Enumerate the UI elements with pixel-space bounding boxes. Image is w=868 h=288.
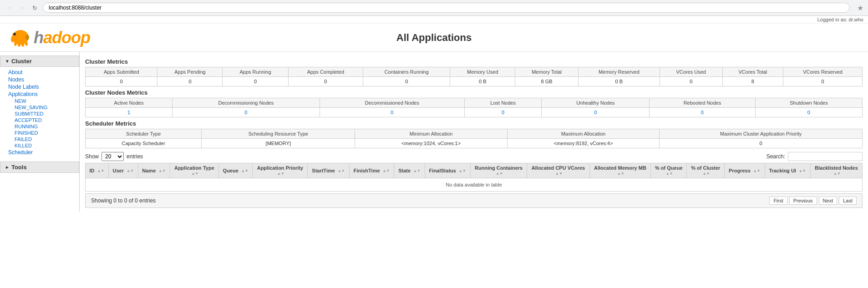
back-button[interactable]: ← (5, 3, 14, 12)
cluster-links: About Nodes Node Labels Applications NEW… (0, 67, 79, 158)
sort-arrows-pct-cluster[interactable]: ▲▼ (703, 172, 710, 176)
apps-col-id: ID ▲▼ (86, 163, 109, 178)
forward-button[interactable]: → (17, 3, 26, 12)
cm-val-5: 0 B (450, 77, 515, 86)
sort-arrows-tracking-ui[interactable]: ▲▼ (799, 169, 806, 173)
sort-arrows-app-type[interactable]: ▲▼ (191, 172, 198, 176)
address-bar[interactable] (43, 3, 850, 13)
page-title: All Applications (396, 32, 472, 44)
sort-arrows-progress[interactable]: ▲▼ (753, 169, 761, 173)
sort-arrows-finishtime[interactable]: ▲▼ (383, 169, 390, 173)
sm-val-2: <memory:1024, vCores:1> (355, 139, 508, 148)
refresh-button[interactable]: ↻ (30, 3, 39, 12)
sort-arrows-allocated-memory[interactable]: ▲▼ (617, 172, 624, 176)
apps-col-app-priority: Application Priority ▲▼ (253, 163, 308, 178)
cm-col-10: VCores Reserved (783, 67, 863, 77)
elephant-icon (9, 27, 32, 48)
cnm-val-2: 0 (320, 108, 464, 117)
sidebar-link-running[interactable]: RUNNING (13, 123, 79, 130)
apps-col-allocated-memory: Allocated Memory MB ▲▼ (589, 163, 651, 178)
tools-arrow-icon: ► (5, 165, 10, 170)
apps-col-name: Name ▲▼ (138, 163, 170, 178)
sort-arrows-id[interactable]: ▲▼ (97, 169, 105, 173)
sm-col-2: Minimum Allocation (355, 129, 508, 139)
cm-val-9: 8 (722, 77, 783, 86)
sidebar-link-submitted[interactable]: SUBMITTED (13, 111, 79, 117)
cluster-section-header[interactable]: ▼ Cluster (0, 56, 79, 67)
sort-arrows-starttime[interactable]: ▲▼ (338, 169, 345, 173)
bookmark-star[interactable]: ★ (857, 4, 863, 12)
apps-col-running-containers: Running Containers ▲▼ (470, 163, 527, 178)
cm-val-8: 0 (660, 77, 722, 86)
sidebar-link-node-labels[interactable]: Node Labels (6, 83, 79, 91)
cm-col-4: Containers Running (363, 67, 450, 77)
cnm-link-1[interactable]: 0 (244, 110, 247, 115)
cm-col-2: Apps Running (223, 67, 288, 77)
cluster-label: Cluster (11, 58, 32, 65)
cnm-val-3: 0 (464, 108, 542, 117)
sidebar-link-killed[interactable]: KILLED (13, 142, 79, 149)
next-button[interactable]: Next (819, 197, 838, 205)
table-row: 0 0 0 0 0 0 B 8 GB 0 B 0 8 0 (86, 77, 863, 86)
apps-col-starttime: StartTime ▲▼ (308, 163, 349, 178)
sort-arrows-queue[interactable]: ▲▼ (241, 169, 249, 173)
apps-col-pct-queue: % of Queue ▲▼ (651, 163, 687, 178)
sidebar-link-finished[interactable]: FINISHED (13, 130, 79, 136)
sort-arrows-finalstatus[interactable]: ▲▼ (459, 169, 466, 173)
sidebar-link-new[interactable]: NEW (13, 98, 79, 104)
apps-col-queue: Queue ▲▼ (218, 163, 253, 178)
cnm-link-4[interactable]: 0 (594, 110, 597, 115)
hadoop-logo[interactable]: hadoop (9, 27, 90, 48)
sidebar-link-applications[interactable]: Applications (6, 91, 79, 98)
sidebar-link-accepted[interactable]: ACCEPTED (13, 117, 79, 123)
cnm-link-2[interactable]: 0 (391, 110, 393, 115)
apps-col-tracking-ui: Tracking UI ▲▼ (765, 163, 810, 178)
show-entries-select[interactable]: 10 20 25 50 100 (102, 152, 124, 161)
cm-val-1: 0 (157, 77, 223, 86)
cnm-col-0: Active Nodes (86, 98, 173, 108)
cnm-link-0[interactable]: 1 (127, 110, 130, 115)
sm-col-1: Scheduling Resource Type (202, 129, 355, 139)
apps-col-finishtime: FinishTime ▲▼ (349, 163, 394, 178)
sort-arrows-allocated-cpu[interactable]: ▲▼ (555, 172, 563, 176)
cm-col-5: Memory Used (450, 67, 515, 77)
sidebar: ▼ Cluster About Nodes Node Labels Applic… (0, 52, 80, 212)
logo-text: hadoop (34, 28, 90, 47)
sort-arrows-app-priority[interactable]: ▲▼ (277, 172, 284, 176)
svg-point-4 (14, 41, 17, 46)
table-row: Capacity Scheduler [MEMORY] <memory:1024… (86, 139, 863, 148)
sidebar-link-about[interactable]: About (6, 69, 79, 76)
sort-arrows-user[interactable]: ▲▼ (127, 169, 134, 173)
sidebar-link-failed[interactable]: FAILED (13, 136, 79, 142)
first-button[interactable]: First (769, 197, 787, 205)
sidebar-link-new-saving[interactable]: NEW_SAVING (13, 104, 79, 111)
cnm-val-1: 0 (173, 108, 320, 117)
sm-col-3: Maximum Allocation (507, 129, 660, 139)
sort-arrows-blacklisted-nodes[interactable]: ▲▼ (833, 172, 841, 176)
tools-section[interactable]: ► Tools (0, 162, 79, 173)
sm-val-4: 0 (660, 139, 863, 148)
search-input[interactable] (788, 152, 863, 161)
last-button[interactable]: Last (839, 197, 857, 205)
apps-col-application-type: Application Type ▲▼ (170, 163, 218, 178)
show-label: Show (85, 153, 99, 160)
sort-arrows-pct-queue[interactable]: ▲▼ (666, 172, 673, 176)
sort-arrows-name[interactable]: ▲▼ (158, 169, 166, 173)
sort-arrows-running-containers[interactable]: ▲▼ (496, 172, 503, 176)
login-info: Logged in as: dr.who (0, 16, 868, 24)
apps-col-pct-cluster: % of Cluster ▲▼ (687, 163, 725, 178)
sidebar-link-scheduler[interactable]: Scheduler (6, 149, 79, 156)
scheduler-metrics-title: Scheduler Metrics (85, 120, 863, 127)
cnm-link-3[interactable]: 0 (502, 110, 504, 115)
search-box: Search: (766, 152, 863, 161)
table-controls: Show 10 20 25 50 100 entries Search: (85, 152, 863, 161)
sort-arrows-state[interactable]: ▲▼ (413, 169, 421, 173)
cnm-col-2: Decommissioned Nodes (320, 98, 464, 108)
apps-col-state: State ▲▼ (394, 163, 425, 178)
cnm-link-6[interactable]: 0 (807, 110, 810, 115)
cnm-link-5[interactable]: 0 (701, 110, 704, 115)
sidebar-link-nodes[interactable]: Nodes (6, 76, 79, 83)
cnm-col-3: Lost Nodes (464, 98, 542, 108)
main-layout: ▼ Cluster About Nodes Node Labels Applic… (0, 52, 868, 212)
previous-button[interactable]: Previous (789, 197, 817, 205)
